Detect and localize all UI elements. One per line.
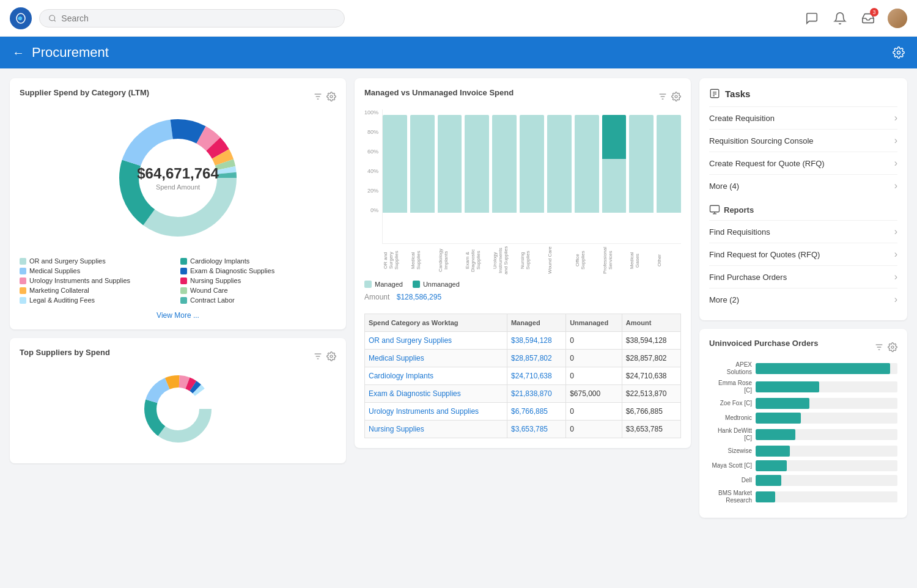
bar-medical (410, 115, 435, 213)
settings-card-icon[interactable] (326, 92, 336, 101)
settings-icon[interactable] (893, 46, 905, 59)
amount-row: Amount $128,586,295 (364, 293, 681, 301)
tasks-title: Tasks (709, 88, 897, 99)
legend-item: Cardiology Implants (180, 257, 336, 265)
po-bar-row: APEX Solutions (709, 361, 897, 376)
svg-point-6 (330, 95, 333, 98)
po-bar-row: Sizewise (709, 446, 897, 457)
reports-label: Reports (709, 204, 897, 215)
page-title: Procurement (32, 45, 109, 61)
spend-table-container[interactable]: Spend Category as Worktag Managed Unmana… (364, 307, 681, 438)
bar-exam (465, 115, 489, 213)
table-row: Nursing Supplies $3,653,785 0 $3,653,785 (365, 421, 681, 438)
po-bars: APEX Solutions Emma Rose [C] Zoe Fox [C]… (709, 361, 897, 504)
card-icons-4 (874, 342, 897, 352)
po-bar-row: Medtronic (709, 413, 897, 424)
svg-rect-33 (710, 89, 719, 98)
search-bar[interactable] (39, 9, 345, 28)
reports-icon (709, 204, 720, 215)
bar-other (657, 115, 681, 213)
reports-list: Find Requisitions›Find Request for Quote… (709, 220, 897, 311)
chat-icon[interactable] (803, 10, 820, 27)
col-unmanaged: Unmanaged (566, 314, 622, 332)
po-bar-row: Zoe Fox [C] (709, 398, 897, 409)
right-panel: Tasks Create Requisition›Requisition Sou… (699, 78, 907, 518)
inbox-icon[interactable]: 3 (860, 10, 877, 27)
bar-or-surgery (383, 115, 407, 213)
report-item[interactable]: Find Requisitions› (709, 220, 897, 243)
table-row: Urology Instruments and Supplies $6,766,… (365, 403, 681, 421)
settings-icon-3[interactable] (671, 92, 681, 101)
top-suppliers-card: Top Suppliers by Spend (10, 338, 346, 463)
po-bar-row: BMS Market Research (709, 490, 897, 504)
notifications-icon[interactable] (831, 10, 849, 27)
task-item[interactable]: Create Request for Quote (RFQ)› (709, 152, 897, 174)
filter-icon-2[interactable] (313, 351, 323, 361)
page-header: ← Procurement (0, 37, 917, 68)
uninvoiced-po-card: Uninvoiced Purchase Orders APEX Solution… (699, 329, 907, 518)
table-row: Medical Supplies $28,857,802 0 $28,857,8… (365, 350, 681, 367)
inbox-badge: 3 (870, 8, 878, 17)
suppliers-donut-chart (20, 364, 336, 454)
bar-medical-gases (629, 115, 654, 213)
top-suppliers-title: Top Suppliers by Spend (20, 348, 110, 357)
legend-managed: Managed (364, 281, 403, 288)
tasks-list: Create Requisition›Requisition Sourcing … (709, 106, 897, 197)
table-row: Cardiology Implants $24,710,638 0 $24,71… (365, 367, 681, 385)
nav-icons: 3 (803, 9, 907, 28)
workday-logo (10, 7, 32, 29)
legend-item: Marketing Collateral (20, 287, 175, 294)
col-managed: Managed (507, 314, 565, 332)
svg-point-20 (330, 355, 333, 358)
svg-point-43 (891, 346, 894, 348)
report-item[interactable]: Find Request for Quotes (RFQ)› (709, 243, 897, 265)
bar-nursing (520, 115, 544, 213)
task-item[interactable]: More (4)› (709, 174, 897, 197)
managed-unmanaged-card: Managed vs Unmanaged Invoice Spend 100% … (355, 78, 691, 448)
bar-urology (492, 115, 517, 213)
legend-item: Contract Labor (180, 296, 336, 304)
card-icons-2 (313, 351, 336, 361)
user-avatar[interactable] (888, 9, 907, 28)
view-more-button[interactable]: View More ... (20, 311, 336, 320)
legend-item: Urology Instruments and Supplies (20, 277, 175, 284)
table-row: OR and Surgery Supplies $38,594,128 0 $3… (365, 332, 681, 350)
svg-line-1 (54, 20, 55, 21)
report-item[interactable]: Find Purchase Orders› (709, 265, 897, 288)
po-bar-row: Hank DeWitt [C] (709, 427, 897, 442)
bar-chart: 100% 80% 60% 40% 20% 0% (364, 109, 681, 276)
po-bar-row: Maya Scott [C] (709, 460, 897, 471)
top-navigation: 3 (0, 0, 917, 37)
report-item[interactable]: More (2)› (709, 288, 897, 311)
legend-item: Wound Care (180, 287, 336, 294)
back-button[interactable]: ← (12, 46, 24, 60)
legend-item: Nursing Supplies (180, 277, 336, 284)
card-icons (313, 92, 336, 101)
bar-professional (602, 115, 627, 213)
svg-rect-37 (710, 205, 720, 212)
managed-title: Managed vs Unmanaged Invoice Spend (364, 88, 514, 97)
main-content: Supplier Spend by Category (LTM) (0, 68, 917, 527)
legend-item: OR and Surgery Supplies (20, 257, 175, 265)
tasks-card: Tasks Create Requisition›Requisition Sou… (699, 78, 907, 320)
settings-icon-4[interactable] (888, 342, 897, 352)
tasks-icon (709, 88, 720, 99)
chart-legend: Managed Unmanaged (364, 281, 681, 288)
task-item[interactable]: Create Requisition› (709, 106, 897, 129)
settings-icon-2[interactable] (326, 351, 336, 361)
x-axis-labels: OR and Surgery Supplies Medical Supplies… (364, 245, 681, 276)
spend-legend: OR and Surgery Supplies Cardiology Impla… (20, 257, 336, 304)
bar-wound (547, 115, 572, 213)
spend-table: Spend Category as Worktag Managed Unmana… (364, 314, 681, 438)
filter-icon-4[interactable] (874, 342, 884, 352)
filter-icon-3[interactable] (658, 92, 668, 101)
search-input[interactable] (61, 13, 336, 23)
col-category: Spend Category as Worktag (365, 314, 507, 332)
search-icon (48, 14, 56, 23)
svg-point-32 (675, 95, 677, 98)
legend-item: Exam & Diagnostic Supplies (180, 267, 336, 274)
task-item[interactable]: Requisition Sourcing Console› (709, 129, 897, 152)
spend-label: Spend Amount (137, 183, 218, 191)
svg-point-0 (50, 15, 55, 20)
filter-icon[interactable] (313, 92, 323, 101)
